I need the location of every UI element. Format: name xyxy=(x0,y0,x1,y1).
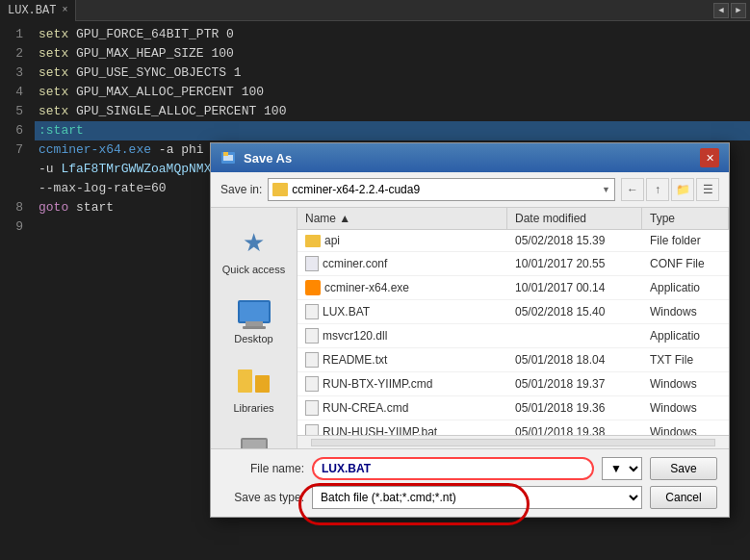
file-name-btx: RUN-BTX-YIIMP.cmd xyxy=(297,374,507,394)
horizontal-scrollbar[interactable] xyxy=(297,435,729,448)
filelist-header: Name ▲ Date modified Type xyxy=(297,208,729,230)
file-date-btx: 05/01/2018 19.37 xyxy=(507,375,642,393)
table-row[interactable]: ccminer-x64.exe 10/01/2017 00.14 Applica… xyxy=(297,276,729,300)
line-num-10: 8 xyxy=(8,198,23,217)
file-type-api: File folder xyxy=(642,232,729,249)
code-line-5: setx GPU_SINGLE_ALLOC_PERCENT 100 xyxy=(35,102,750,121)
sidebar-item-this-pc[interactable]: This PC xyxy=(216,427,293,448)
sidebar-item-desktop[interactable]: Desktop xyxy=(216,289,293,350)
quick-access-icon: ★ xyxy=(237,225,272,260)
sidebar-item-quick-access[interactable]: ★ Quick access xyxy=(216,219,293,281)
dialog-filelist: Name ▲ Date modified Type api xyxy=(297,208,729,448)
save-in-dropdown[interactable]: ccminer-x64-2.2.4-cuda9 ▼ xyxy=(268,178,615,201)
cancel-button[interactable]: Cancel xyxy=(650,486,717,509)
dialog-titlebar: Save As ✕ xyxy=(211,143,729,172)
file-name-api: api xyxy=(297,232,507,249)
scrollbar-track xyxy=(311,439,715,446)
file-type-crea: Windows xyxy=(642,399,729,417)
file-name-conf: ccminer.conf xyxy=(297,254,507,273)
scroll-arrows: ◀ ▶ xyxy=(713,3,750,18)
col-header-type[interactable]: Type xyxy=(642,208,729,229)
line-num-7: 7 xyxy=(8,140,23,160)
savetype-label: Save as type: xyxy=(222,491,304,504)
exe-icon xyxy=(305,280,321,295)
cmd-icon xyxy=(305,376,319,392)
table-row[interactable]: README.txt 05/01/2018 18.04 TXT File xyxy=(297,348,729,372)
table-row[interactable]: RUN-BTX-YIIMP.cmd 05/01/2018 19.37 Windo… xyxy=(297,372,729,396)
dll-icon xyxy=(305,328,319,344)
line-num-5: 5 xyxy=(8,102,23,121)
sidebar-item-label-quick-access: Quick access xyxy=(222,264,285,275)
line-num-1: 1 xyxy=(8,25,23,44)
file-type-luxbat: Windows xyxy=(642,303,729,320)
save-in-value: ccminer-x64-2.2.4-cuda9 xyxy=(292,183,598,196)
table-row[interactable]: LUX.BAT 05/02/2018 15.40 Windows xyxy=(297,300,729,324)
file-name-readme: README.txt xyxy=(297,350,507,369)
save-as-dialog-icon xyxy=(220,150,236,165)
editor-tab[interactable]: LUX.BAT × xyxy=(0,0,76,21)
line-num-8 xyxy=(8,160,23,179)
create-folder-button[interactable]: 📁 xyxy=(671,178,694,201)
line-num-6: 6 xyxy=(8,121,23,140)
txt-icon xyxy=(305,352,319,368)
view-options-button[interactable]: ☰ xyxy=(696,178,719,201)
file-type-hush: Windows xyxy=(642,423,729,435)
table-row[interactable]: ccminer.conf 10/01/2017 20.55 CONF File xyxy=(297,252,729,276)
tab-close-icon[interactable]: × xyxy=(62,1,67,20)
filelist-scroll[interactable]: api 05/02/2018 15.39 File folder ccminer… xyxy=(297,230,729,435)
save-button[interactable]: Save xyxy=(650,457,717,480)
file-name-hush: RUN-HUSH-YIIMP.bat xyxy=(297,422,507,435)
scroll-right-icon[interactable]: ▶ xyxy=(731,3,746,18)
sidebar-item-label-desktop: Desktop xyxy=(234,333,272,344)
folder-icon xyxy=(305,235,321,247)
dialog-title: Save As xyxy=(244,151,692,165)
desktop-icon xyxy=(237,294,272,329)
file-date-hush: 05/01/2018 19.38 xyxy=(507,423,642,435)
file-type-readme: TXT File xyxy=(642,351,729,369)
nav-up-button[interactable]: ↑ xyxy=(646,178,669,201)
table-row[interactable]: RUN-CREA.cmd 05/01/2018 19.36 Windows xyxy=(297,396,729,420)
filename-dropdown[interactable]: ▼ xyxy=(602,457,642,480)
nav-back-button[interactable]: ← xyxy=(621,178,644,201)
table-row[interactable]: msvcr120.dll Applicatio xyxy=(297,324,729,348)
conf-icon xyxy=(305,256,319,271)
file-type-dll: Applicatio xyxy=(642,327,729,344)
file-date-conf: 10/01/2017 20.55 xyxy=(507,255,642,272)
filename-input-wrapper xyxy=(312,457,594,480)
line-num-2: 2 xyxy=(8,44,23,64)
editor-tab-bar: LUX.BAT × ◀ ▶ xyxy=(0,0,750,21)
file-date-dll xyxy=(507,334,642,338)
col-header-name[interactable]: Name ▲ xyxy=(297,208,507,229)
file-date-crea: 05/01/2018 19.36 xyxy=(507,399,642,417)
dialog-toolbar: Save in: ccminer-x64-2.2.4-cuda9 ▼ ← ↑ 📁… xyxy=(211,172,729,208)
folder-icon xyxy=(272,183,288,196)
sidebar-item-libraries[interactable]: Libraries xyxy=(216,358,293,420)
line-num-4: 4 xyxy=(8,83,23,102)
file-name-exe: ccminer-x64.exe xyxy=(297,278,507,297)
dialog-sidebar: ★ Quick access Desktop xyxy=(211,208,297,448)
code-line-6: :start xyxy=(35,121,750,140)
table-row[interactable]: api 05/02/2018 15.39 File folder xyxy=(297,230,729,252)
save-in-dropdown-arrow: ▼ xyxy=(602,185,610,194)
dialog-close-button[interactable]: ✕ xyxy=(700,148,719,167)
line-num-11: 9 xyxy=(8,217,23,237)
col-header-date[interactable]: Date modified xyxy=(507,208,642,229)
filename-input[interactable] xyxy=(312,457,594,480)
file-date-luxbat: 05/02/2018 15.40 xyxy=(507,303,642,320)
toolbar-icons: ← ↑ 📁 ☰ xyxy=(621,178,719,201)
savetype-dropdown[interactable]: Batch file (*.bat;*.cmd;*.nt) xyxy=(312,486,642,509)
this-pc-icon xyxy=(237,433,272,448)
scroll-left-icon[interactable]: ◀ xyxy=(713,3,729,18)
file-type-conf: CONF File xyxy=(642,255,729,272)
code-line-3: setx GPU_USE_SYNC_OBJECTS 1 xyxy=(35,64,750,83)
file-date-api: 05/02/2018 15.39 xyxy=(507,232,642,249)
line-numbers: 1 2 3 4 5 6 7 8 9 xyxy=(0,25,35,237)
filename-label: File name: xyxy=(222,462,304,475)
file-type-btx: Windows xyxy=(642,375,729,393)
table-row[interactable]: RUN-HUSH-YIIMP.bat 05/01/2018 19.38 Wind… xyxy=(297,420,729,435)
file-type-exe: Applicatio xyxy=(642,279,729,296)
save-in-label: Save in: xyxy=(220,183,262,196)
bat-icon xyxy=(305,304,319,319)
dialog-bottom: File name: ▼ Save Save as type: Batch fi… xyxy=(211,448,729,517)
savetype-row: Save as type: Batch file (*.bat;*.cmd;*.… xyxy=(222,486,717,509)
